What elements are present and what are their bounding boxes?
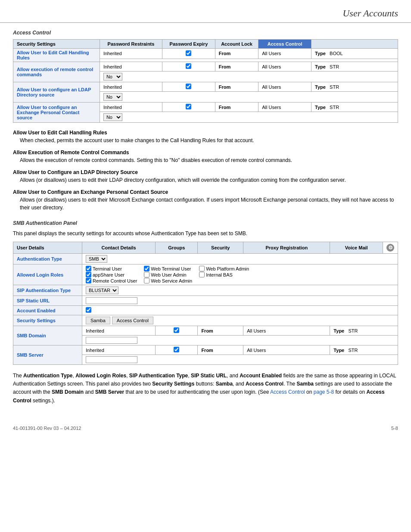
row4-from: From xyxy=(215,103,258,112)
row4-from-val: All Users xyxy=(258,103,311,112)
role-remote-control-user-cb[interactable] xyxy=(86,278,91,283)
smb-domain-label: SMB Domain xyxy=(13,326,82,345)
role-web-platform-admin-label: Web Platform Admin xyxy=(206,266,249,271)
row1-empty xyxy=(100,59,398,62)
smb-domain-input[interactable] xyxy=(86,337,137,344)
row4-type: Type STR xyxy=(311,103,398,112)
row1-from-val: All Users xyxy=(258,49,311,59)
row1-inherited: Inherited xyxy=(100,49,162,59)
role-empty xyxy=(199,278,249,283)
smb-domain-cb[interactable] xyxy=(156,326,198,336)
role-internal-bas-cb[interactable] xyxy=(199,272,205,277)
account-enabled-value[interactable] xyxy=(82,306,398,315)
role-internal-bas: Internal BAS xyxy=(199,272,249,277)
desc1-title: Allow User to Edit Call Handling Rules xyxy=(13,130,398,136)
role-web-platform-admin-cb[interactable] xyxy=(199,266,205,271)
desc1: Allow User to Edit Call Handling Rules W… xyxy=(13,130,398,144)
role-web-terminal-user-label: Web Terminal User xyxy=(151,266,191,271)
role-appshare-user: appShare User xyxy=(86,272,137,277)
gear-icon: ⚙ xyxy=(386,244,394,252)
smb-col-label: User Details xyxy=(13,242,82,254)
account-enabled-cb[interactable] xyxy=(86,307,91,313)
smb-server-from-val: All Users xyxy=(243,345,330,355)
desc4: Allow User to Configure an Exchange Pers… xyxy=(13,189,398,212)
role-terminal-user-cb[interactable] xyxy=(86,266,91,271)
page-title: User Accounts xyxy=(342,8,398,19)
desc2: Allow Execution of Remote Control Comman… xyxy=(13,149,398,164)
sip-auth-label: SIP Authentication Type xyxy=(13,285,82,296)
tab-password-expiry[interactable]: Password Expiry xyxy=(162,40,215,49)
smb-tab-voicemail[interactable]: Voice Mail xyxy=(330,242,383,254)
role-appshare-user-cb[interactable] xyxy=(86,272,91,277)
row2-from-val: All Users xyxy=(258,62,311,72)
smb-server-cb[interactable] xyxy=(156,345,198,355)
col-empty xyxy=(311,40,398,49)
smb-domain-from-val: All Users xyxy=(243,326,330,336)
tab-password-restraints[interactable]: Password Restraints xyxy=(100,40,162,49)
role-terminal-user-label: Terminal User xyxy=(93,266,122,271)
access-control-table: Security Settings Password Restraints Pa… xyxy=(13,39,398,123)
page-link[interactable]: page 5-8 xyxy=(314,389,334,395)
auth-type-select[interactable]: SMB xyxy=(86,255,107,263)
login-roles-grid: Terminal User Web Terminal User Web Plat… xyxy=(86,266,249,283)
role-web-service-admin-label: Web Service Admin xyxy=(151,278,192,283)
sip-url-input[interactable] xyxy=(86,297,137,304)
row2-select-cell[interactable]: NoYes xyxy=(100,72,398,82)
tab-access-control[interactable]: Access Control xyxy=(258,40,311,49)
desc4-text: Allows (or disallows) users to edit thei… xyxy=(20,196,398,212)
sec-settings-btns: Samba Access Control xyxy=(82,315,398,326)
row3-select[interactable]: NoYes xyxy=(103,93,122,101)
role-web-user-admin-cb[interactable] xyxy=(144,272,149,277)
desc2-title: Allow Execution of Remote Control Comman… xyxy=(13,149,398,156)
role-web-service-admin: Web Service Admin xyxy=(144,278,192,283)
role-remote-control-user: Remote Control User xyxy=(86,278,137,283)
descriptions: Allow User to Edit Call Handling Rules W… xyxy=(13,130,398,212)
sip-auth-select[interactable]: BLUSTAR xyxy=(86,286,118,294)
row3-type: Type STR xyxy=(311,82,398,92)
smb-server-input-cell[interactable] xyxy=(82,355,398,365)
smb-server-type: Type STR xyxy=(330,345,398,355)
smb-col-gear: ⚙ xyxy=(383,242,398,254)
row4-select[interactable]: NoYes xyxy=(103,113,122,121)
smb-tab-proxy[interactable]: Proxy Registration xyxy=(243,242,330,254)
role-web-user-admin-label: Web User Admin xyxy=(151,272,186,277)
row1-cb[interactable] xyxy=(162,49,215,59)
smb-intro: This panel displays the security setting… xyxy=(13,230,398,237)
samba-access-btns: Samba Access Control xyxy=(86,317,394,324)
smb-section: SMB Authentication Panel This panel disp… xyxy=(13,220,398,365)
row3-select-cell[interactable]: NoYes xyxy=(100,92,398,103)
smb-domain-input-cell[interactable] xyxy=(82,336,398,345)
footer-text-block: The Authentication Type, Allowed Login R… xyxy=(13,372,398,405)
row3-from: From xyxy=(215,82,258,92)
role-web-service-admin-cb[interactable] xyxy=(144,278,149,283)
row4-cb[interactable] xyxy=(162,103,215,112)
desc1-text: When checked, permits the account user t… xyxy=(20,137,398,144)
row4-select-cell[interactable]: NoYes xyxy=(100,112,398,123)
access-control-btn[interactable]: Access Control xyxy=(112,317,153,324)
smb-tab-groups[interactable]: Groups xyxy=(156,242,198,254)
row2-cb[interactable] xyxy=(162,62,215,72)
access-control-link[interactable]: Access Control xyxy=(270,389,305,395)
role-web-terminal-user: Web Terminal User xyxy=(144,266,192,271)
auth-type-value[interactable]: SMB xyxy=(82,254,398,264)
smb-domain-inherited: Inherited xyxy=(82,326,156,336)
col-security-settings: Security Settings xyxy=(13,40,100,49)
row4-inherited: Inherited xyxy=(100,103,162,112)
role-web-terminal-user-cb[interactable] xyxy=(144,266,149,271)
sip-url-value[interactable] xyxy=(82,296,398,306)
tab-account-lock[interactable]: Account Lock xyxy=(215,40,258,49)
row3-cb[interactable] xyxy=(162,82,215,92)
page-header: User Accounts xyxy=(0,0,411,23)
sip-auth-value[interactable]: BLUSTAR xyxy=(82,285,398,296)
sip-url-label: SIP Static URL xyxy=(13,296,82,306)
smb-server-input[interactable] xyxy=(86,356,137,363)
row1-type: Type BOOL xyxy=(311,49,398,59)
samba-btn[interactable]: Samba xyxy=(86,317,110,324)
row2-select[interactable]: NoYes xyxy=(103,73,122,81)
footer-left: 41-001391-00 Rev 03 – 04.2012 xyxy=(13,426,81,431)
desc2-text: Allows the execution of remote control c… xyxy=(20,156,398,164)
smb-tab-contact[interactable]: Contact Details xyxy=(82,242,156,254)
page-footer: 41-001391-00 Rev 03 – 04.2012 5-8 xyxy=(0,422,411,434)
access-control-section: Access Control Security Settings Passwor… xyxy=(13,30,398,123)
smb-tab-security[interactable]: Security xyxy=(198,242,243,254)
